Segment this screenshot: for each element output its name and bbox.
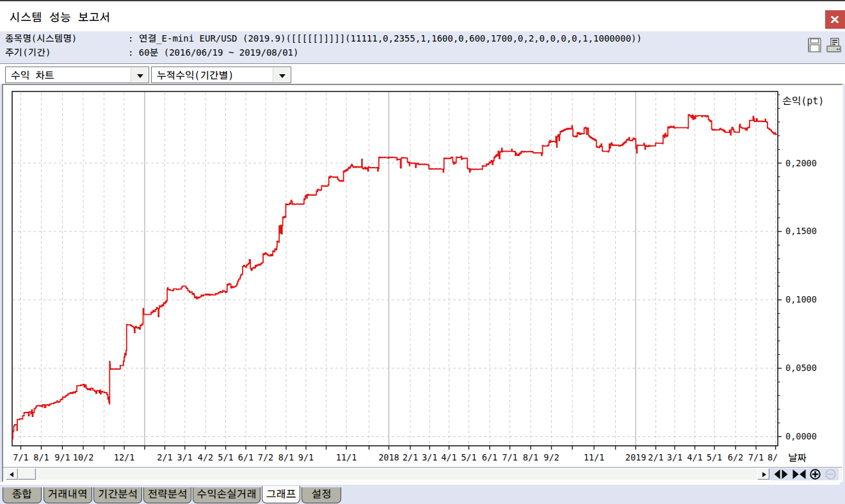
tab-label: 그래프 xyxy=(266,488,296,500)
x-tick-label: 7/1 xyxy=(502,452,517,462)
tab-label: 기간분석 xyxy=(98,488,138,500)
chart-scrollbar xyxy=(3,467,842,480)
zoom-out-button[interactable] xyxy=(825,469,836,480)
tab-label: 거래내역 xyxy=(47,488,87,500)
x-tick-label: 9/2 xyxy=(543,452,559,462)
x-tick-label: 9/1 xyxy=(54,452,70,462)
scrollbar-thumb[interactable] xyxy=(18,468,36,480)
tab-0[interactable]: 종합 xyxy=(3,487,42,503)
y-tick-label: 0,1000 xyxy=(785,294,817,304)
chevron-down-icon xyxy=(137,74,143,78)
tab-3[interactable]: 전략분석 xyxy=(143,487,191,503)
tab-label: 설정 xyxy=(311,488,331,500)
scroll-right-button[interactable] xyxy=(757,468,769,480)
report-tab-bar: 종합 거래내역 기간분석 전략분석 수익손실거래 그래프 설정 xyxy=(0,484,845,504)
x-tick-label: 5/1 xyxy=(707,452,722,462)
tab-1[interactable]: 거래내역 xyxy=(44,487,92,503)
tab-6[interactable]: 설정 xyxy=(302,487,341,503)
x-tick-label: 8/1 xyxy=(33,452,49,462)
profit-chart: 7/18/19/110/212/12/13/14/25/16/17/28/19/… xyxy=(0,84,845,484)
chart-series-combobox[interactable]: 누적수익(기간별) xyxy=(151,67,291,83)
x-tick-label: 12/1 xyxy=(114,452,135,462)
tab-bar-top-strip xyxy=(0,482,840,485)
period-row: 주기(기간): 60분 (2016/06/19 ~ 2019/08/01) xyxy=(5,47,298,59)
x-tick-label: 5/1 xyxy=(218,452,233,462)
x-tick-label: 4/1 xyxy=(687,452,702,462)
chart-series-value: 누적수익(기간별) xyxy=(157,70,234,82)
x-tick-label: 11/1 xyxy=(336,452,357,462)
tab-label: 종합 xyxy=(12,488,31,500)
x-tick-label: 8/1 xyxy=(523,452,538,462)
collapse-horizontal-button[interactable] xyxy=(793,469,806,479)
x-tick-label: 4/1 xyxy=(441,452,456,462)
y-tick-label: 0,2000 xyxy=(785,158,817,168)
x-tick-label: 6/1 xyxy=(482,452,497,462)
tab-label: 전략분석 xyxy=(147,488,187,500)
x-tick-label: 8/1 xyxy=(278,452,294,462)
chart-nav-strip xyxy=(769,468,839,480)
x-tick-label: 2/1 xyxy=(403,452,418,462)
x-tick-label: 7/2 xyxy=(258,452,273,462)
expand-horizontal-button[interactable] xyxy=(774,469,788,479)
x-tick-label: 2/1 xyxy=(648,452,663,462)
scroll-left-icon xyxy=(10,472,13,477)
x-tick-label: 6/1 xyxy=(238,452,254,462)
print-icon[interactable] xyxy=(826,38,842,53)
y-tick-label: 0,1500 xyxy=(785,226,817,236)
scroll-right-icon xyxy=(762,472,766,477)
period-value: : 60분 (2016/06/19 ~ 2019/08/01) xyxy=(128,47,298,58)
x-tick-label: 2019 xyxy=(625,452,647,462)
x-tick-label: 3/1 xyxy=(177,452,193,462)
save-icon[interactable] xyxy=(808,38,822,53)
zoom-in-button[interactable] xyxy=(810,469,821,480)
window-title: 시스템 성능 보고서 xyxy=(10,11,111,24)
chart-type-dropdown-button[interactable] xyxy=(131,68,148,82)
y-tick-label: 0,0000 xyxy=(785,431,817,441)
x-tick-label: 11/1 xyxy=(584,452,605,462)
chart-toolbar: 수익 차트 누적수익(기간별) xyxy=(0,63,845,84)
x-axis-title: 날짜 xyxy=(788,452,807,464)
tab-5[interactable]: 그래프 xyxy=(262,486,300,503)
close-icon xyxy=(831,16,839,23)
x-tick-label: 6/2 xyxy=(728,452,743,462)
symbol-row: 종목명(시스템명): 연결_E-mini EUR/USD (2019.9)([[… xyxy=(5,33,642,45)
symbol-label: 종목명(시스템명) xyxy=(5,33,128,45)
period-label: 주기(기간) xyxy=(5,47,128,59)
tab-label: 수익손실거래 xyxy=(197,488,256,500)
x-tick-label: 10/2 xyxy=(73,452,94,462)
system-performance-report-window: {"window":{"title":"시스템 성능 보고서","close_g… xyxy=(0,0,845,504)
x-tick-label: 5/1 xyxy=(461,452,476,462)
title-bar: 시스템 성능 보고서 xyxy=(0,1,845,31)
chart-type-value: 수익 차트 xyxy=(11,70,54,82)
tab-2[interactable]: 기간분석 xyxy=(93,487,142,503)
symbol-value: : 연결_E-mini EUR/USD (2019.9)([[[[[]]]]](… xyxy=(128,33,642,43)
x-tick-label: 7/1 xyxy=(13,452,28,462)
x-tick-label: 3/1 xyxy=(422,452,437,462)
x-tick-label: 8/ xyxy=(768,452,778,462)
x-tick-label: 3/1 xyxy=(667,452,682,462)
y-axis-title: 손익(pt) xyxy=(782,95,824,107)
x-tick-label: 4/2 xyxy=(198,452,213,462)
chart-type-combobox[interactable]: 수익 차트 xyxy=(5,67,149,83)
x-tick-label: 7/1 xyxy=(748,452,764,462)
close-button[interactable] xyxy=(825,10,845,29)
tab-4[interactable]: 수익손실거래 xyxy=(193,487,261,503)
scroll-left-button[interactable] xyxy=(6,468,18,480)
x-tick-label: 2018 xyxy=(378,452,399,462)
chart-series-dropdown-button[interactable] xyxy=(273,68,290,82)
x-tick-label: 2/1 xyxy=(157,452,172,462)
report-info-panel: 종목명(시스템명): 연결_E-mini EUR/USD (2019.9)([[… xyxy=(0,31,845,63)
x-tick-label: 9/1 xyxy=(298,452,314,462)
y-tick-label: 0,0500 xyxy=(785,363,817,373)
chevron-down-icon xyxy=(279,74,286,78)
